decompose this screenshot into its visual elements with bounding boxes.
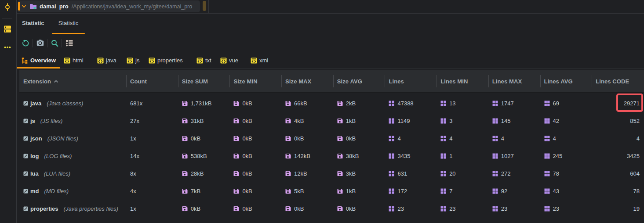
more-tool-windows-button[interactable]: [0, 44, 15, 51]
file-tab-txt[interactable]: txt: [196, 52, 211, 68]
statistic-toolwindow-icon: [4, 25, 11, 33]
size-sum-cell: 1,731kB: [178, 100, 230, 107]
column-header-lines[interactable]: Lines: [385, 70, 437, 92]
statistic-tool-button[interactable]: [0, 25, 15, 33]
size-avg-cell: 0kB: [333, 205, 385, 212]
checkbox-checked-icon[interactable]: [23, 154, 28, 158]
size-avg-cell: 2kB: [333, 100, 385, 107]
chevron-down-icon[interactable]: [22, 4, 26, 9]
lines-min-cell: 3: [437, 118, 488, 124]
checkbox-checked-icon[interactable]: [23, 189, 28, 194]
cell-value: 7kB: [191, 188, 200, 194]
column-header-label: Lines MIN: [440, 78, 468, 85]
cell-value: 47388: [397, 100, 413, 107]
lines-avg-cell: 245: [540, 153, 592, 159]
table-row-properties[interactable]: properties(Java properties files)1x 0kB …: [19, 200, 644, 217]
checkbox-checked-icon[interactable]: [23, 136, 28, 141]
size-max-cell: 4kB: [281, 118, 333, 124]
table-row-js[interactable]: js(JS files)27x 31kB 0kB 4kB 1kB 1149 3 …: [19, 112, 644, 129]
size-avg-cell: 3kB: [333, 170, 385, 177]
snapshot-button[interactable]: [36, 40, 44, 46]
column-header-lines-min[interactable]: Lines MIN: [437, 70, 488, 92]
extension-cell: js(JS files): [19, 118, 126, 124]
scrollbar-thumb[interactable]: [203, 1, 206, 11]
cell-value: 28kB: [191, 170, 204, 177]
refresh-button[interactable]: [22, 40, 29, 47]
extension-cell: json(JSON files): [19, 135, 126, 142]
column-header-lines-code[interactable]: Lines CODE: [592, 70, 644, 92]
column-header-size-min[interactable]: Size MIN: [229, 70, 281, 92]
checkbox-checked-icon[interactable]: [23, 101, 28, 106]
file-tab-vue[interactable]: vue: [220, 52, 238, 68]
size-disk-icon: [182, 171, 188, 176]
size-disk-icon: [285, 206, 291, 212]
project-name: damai_pro: [40, 3, 69, 10]
lines-cell: 1149: [385, 118, 437, 124]
cell-value: 1kB: [346, 188, 356, 194]
column-header-label: Lines MAX: [492, 78, 522, 85]
lines-grid-icon: [389, 136, 394, 141]
project-tree-bar: damai_pro /Applications/java/idea_work_m…: [17, 0, 644, 14]
extension-description: (Java properties files): [64, 205, 118, 212]
lines-max-cell: 1027: [488, 153, 540, 159]
column-header-size-max[interactable]: Size MAX: [281, 70, 333, 92]
search-icon: [51, 40, 58, 47]
table-row-java[interactable]: java(Java classes)681x 1,731kB 0kB 66kB …: [19, 94, 644, 112]
column-header-lines-avg[interactable]: Lines AVG: [540, 70, 592, 92]
size-disk-icon: [233, 118, 239, 124]
lines-code-cell: 604: [592, 170, 644, 177]
lines-grid-icon: [440, 136, 446, 141]
statistic-toolbar: [17, 34, 644, 52]
cell-value: 7: [449, 188, 452, 194]
extension-cell: properties(Java properties files): [19, 205, 126, 212]
count-cell: 681x: [126, 100, 178, 107]
column-header-lines-max[interactable]: Lines MAX: [488, 70, 540, 92]
file-tab-html[interactable]: html: [64, 52, 84, 68]
column-header-label: Lines CODE: [596, 78, 629, 85]
size-disk-icon: [233, 171, 239, 176]
table-row-json[interactable]: json(JSON files)1x 0kB 0kB 0kB 0kB 4 4 4…: [19, 129, 644, 147]
file-tab-properties[interactable]: properties: [149, 52, 183, 68]
cell-value: 12kB: [294, 170, 307, 177]
lines-code-cell: 19: [592, 205, 644, 212]
panel-splitter[interactable]: [208, 0, 209, 14]
file-tab-java[interactable]: java: [97, 52, 116, 68]
project-tree-row[interactable]: damai_pro /Applications/java/idea_work_m…: [18, 0, 200, 12]
search-button[interactable]: [51, 40, 58, 47]
commit-tool-button[interactable]: [0, 3, 15, 11]
cell-value: 4: [397, 135, 400, 142]
table-row-lua[interactable]: lua(LUA files)8x 28kB 0kB 12kB 3kB 631 2…: [19, 165, 644, 182]
cell-value: 23: [553, 205, 559, 212]
tab-statistic[interactable]: Statistic: [52, 14, 85, 34]
column-header-size-sum[interactable]: Size SUM: [178, 70, 230, 92]
column-header-extension[interactable]: Extension: [19, 70, 126, 92]
size-disk-icon: [233, 136, 239, 141]
file-tab-xml[interactable]: xml: [251, 52, 268, 68]
table-row-log[interactable]: log(LOG files)14x 538kB 0kB 142kB 38kB 3…: [19, 147, 644, 165]
lines-grid-icon: [544, 118, 550, 124]
checkbox-checked-icon[interactable]: [23, 206, 28, 211]
lines-max-cell: 145: [488, 118, 540, 124]
size-disk-icon: [182, 118, 188, 124]
extension-description: (JSON files): [47, 135, 78, 142]
count-cell: 1x: [126, 135, 178, 142]
column-header-count[interactable]: Count: [126, 70, 178, 92]
column-header-size-avg[interactable]: Size AVG: [333, 70, 385, 92]
table-body: java(Java classes)681x 1,731kB 0kB 66kB …: [19, 94, 644, 217]
list-settings-button[interactable]: [65, 40, 73, 47]
cell-value: 3kB: [346, 170, 356, 177]
table-row-md[interactable]: md(MD files)4x 7kB 0kB 5kB 1kB 172 7 92 …: [19, 182, 644, 200]
tool-window-header: Statistic Statistic: [17, 14, 644, 34]
cell-value: 4kB: [294, 118, 304, 124]
file-tab-js[interactable]: js: [127, 52, 139, 68]
checkbox-checked-icon[interactable]: [23, 119, 28, 123]
file-tab-label: js: [135, 57, 139, 64]
lines-grid-icon: [440, 153, 446, 159]
lines-code-cell: 852: [592, 118, 644, 124]
file-tab-overview[interactable]: Overview: [22, 52, 56, 68]
checkbox-checked-icon[interactable]: [23, 171, 28, 176]
cell-value: 2kB: [346, 100, 356, 107]
size-min-cell: 0kB: [229, 153, 281, 159]
size-disk-icon: [285, 118, 291, 124]
lines-avg-cell: 23: [540, 205, 592, 212]
